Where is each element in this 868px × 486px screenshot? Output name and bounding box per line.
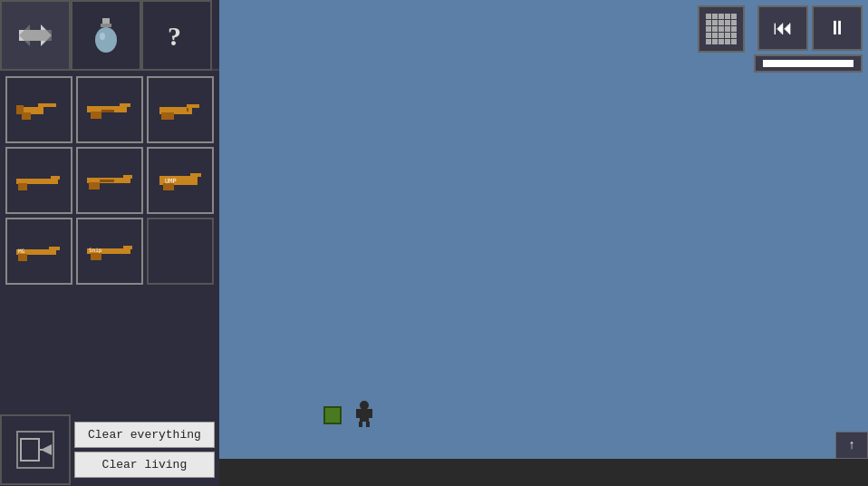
item-cell-4[interactable] — [5, 147, 72, 214]
bottom-bar — [219, 459, 868, 486]
bottom-left-area: Clear everything Clear living — [0, 413, 219, 486]
item-cell-1[interactable] — [5, 76, 72, 143]
svg-rect-24 — [89, 182, 100, 190]
player-entity — [323, 406, 342, 424]
svg-rect-17 — [187, 108, 188, 112]
svg-rect-10 — [16, 105, 24, 114]
svg-marker-1 — [19, 24, 52, 46]
arrow-up-icon: ↑ — [848, 438, 855, 452]
svg-rect-14 — [101, 110, 114, 112]
svg-rect-44 — [356, 409, 360, 418]
item-cell-5[interactable] — [76, 147, 143, 214]
svg-rect-12 — [120, 103, 130, 107]
svg-rect-18 — [161, 112, 174, 120]
item-cell-7[interactable]: MG — [5, 218, 72, 285]
pause-icon: ⏸ — [827, 16, 847, 41]
svg-rect-8 — [38, 103, 56, 107]
svg-rect-35 — [123, 246, 132, 249]
grid-icon — [706, 14, 737, 44]
svg-rect-3 — [101, 24, 111, 27]
clear-menu: Clear everything Clear living — [71, 418, 218, 481]
item-cell-8[interactable]: Snip — [76, 218, 143, 285]
svg-rect-43 — [360, 409, 369, 422]
svg-rect-32 — [18, 254, 27, 261]
svg-rect-13 — [91, 112, 101, 119]
item-cell-3[interactable] — [147, 76, 214, 143]
help-button[interactable]: ? — [141, 0, 212, 71]
speed-bar — [763, 60, 854, 67]
svg-rect-45 — [369, 409, 372, 418]
svg-rect-27 — [190, 173, 201, 177]
svg-text:Snip: Snip — [89, 247, 102, 254]
svg-point-4 — [95, 27, 117, 53]
exit-button[interactable] — [0, 414, 71, 485]
svg-rect-16 — [187, 104, 199, 108]
playback-buttons: ⏮ ⏸ — [757, 5, 863, 51]
potion-button[interactable] — [71, 0, 141, 71]
svg-rect-20 — [51, 176, 60, 180]
svg-text:MG: MG — [18, 248, 25, 254]
swap-button[interactable] — [0, 0, 71, 71]
character-silhouette — [351, 400, 378, 432]
svg-rect-36 — [91, 253, 101, 260]
toolbar: ? — [0, 0, 219, 71]
grid-toggle-button[interactable] — [698, 5, 745, 53]
svg-point-5 — [100, 33, 105, 40]
svg-rect-31 — [49, 247, 60, 250]
svg-rect-46 — [359, 422, 362, 427]
item-cell-2[interactable] — [76, 76, 143, 143]
clear-living-button[interactable]: Clear living — [74, 452, 215, 478]
svg-rect-21 — [18, 183, 27, 190]
svg-rect-23 — [123, 175, 132, 179]
svg-rect-47 — [366, 422, 370, 427]
item-cell-9[interactable] — [147, 218, 214, 285]
clear-everything-button[interactable]: Clear everything — [74, 422, 215, 448]
rewind-button[interactable]: ⏮ — [757, 5, 808, 51]
svg-point-42 — [360, 401, 369, 410]
svg-text:?: ? — [168, 21, 181, 51]
svg-rect-25 — [100, 180, 114, 182]
pause-button[interactable]: ⏸ — [812, 5, 863, 51]
svg-rect-39 — [21, 439, 39, 461]
svg-text:UMP: UMP — [165, 178, 177, 185]
top-right-controls: ⏮ ⏸ — [754, 5, 863, 73]
bottom-right-icon-button[interactable]: ↑ — [835, 432, 868, 459]
rewind-icon: ⏮ — [773, 16, 793, 41]
speed-bar-container — [754, 54, 863, 73]
item-cell-6[interactable]: UMP — [147, 147, 214, 214]
